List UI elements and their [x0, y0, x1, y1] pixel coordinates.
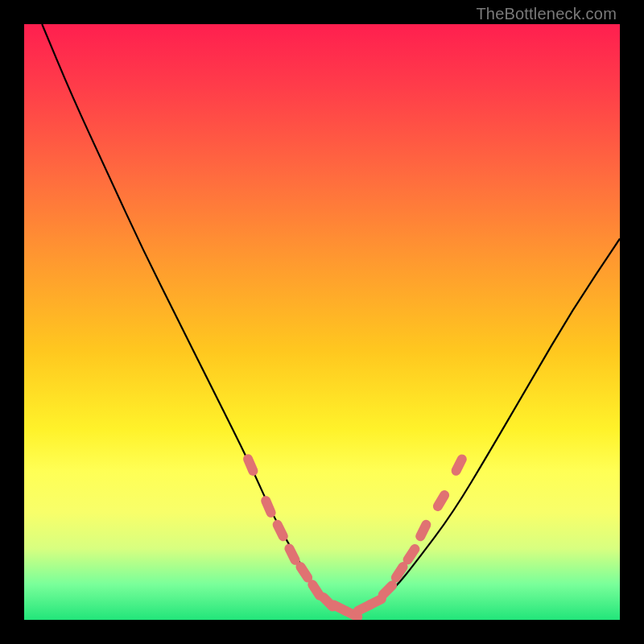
- valley-marker: [369, 599, 381, 605]
- chart-frame: TheBottleneck.com: [0, 0, 644, 644]
- valley-marker: [266, 501, 270, 513]
- valley-marker: [289, 548, 295, 559]
- valley-marker: [383, 585, 392, 594]
- valley-marker: [396, 567, 403, 577]
- valley-marker: [300, 567, 308, 577]
- valley-marker: [312, 584, 320, 595]
- valley-marker: [456, 459, 462, 470]
- valley-marker: [278, 525, 283, 536]
- valley-marker: [248, 459, 253, 471]
- valley-marker: [408, 549, 415, 559]
- bottleneck-curve-path: [42, 24, 620, 613]
- watermark-text: TheBottleneck.com: [476, 5, 617, 23]
- valley-marker: [420, 525, 426, 536]
- valley-marker: [438, 495, 444, 506]
- curve-layer: [24, 24, 620, 620]
- valley-marker-group: [248, 459, 462, 617]
- plot-area: [24, 24, 620, 620]
